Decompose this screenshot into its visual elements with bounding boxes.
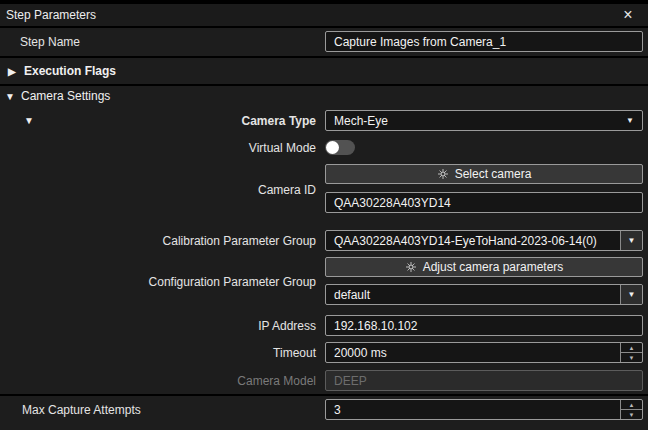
configuration-group-row: Configuration Parameter Group default ▼ bbox=[0, 284, 648, 305]
camera-type-row: ▼ Camera Type Mech-Eye ▼ bbox=[0, 110, 648, 131]
titlebar: Step Parameters × bbox=[0, 4, 648, 28]
max-capture-attempts-spinner[interactable]: ▲ ▼ bbox=[325, 399, 643, 420]
virtual-mode-toggle[interactable] bbox=[325, 140, 355, 155]
calibration-group-value: QAA30228A403YD14-EyeToHand-2023-06-14(0) bbox=[326, 234, 620, 248]
max-capture-attempts-input[interactable] bbox=[326, 400, 620, 419]
select-camera-button[interactable]: Select camera bbox=[325, 164, 643, 184]
timeout-label: Timeout bbox=[0, 346, 325, 360]
adjust-camera-parameters-button[interactable]: Adjust camera parameters bbox=[325, 257, 643, 277]
spin-arrows: ▲ ▼ bbox=[620, 400, 642, 419]
camera-model-label: Camera Model bbox=[0, 374, 325, 388]
ip-address-input[interactable] bbox=[325, 315, 643, 336]
collapse-arrow-icon[interactable]: ▶ bbox=[8, 66, 24, 77]
calibration-group-label: Calibration Parameter Group bbox=[0, 234, 325, 248]
spin-down-icon[interactable]: ▼ bbox=[621, 409, 642, 419]
camera-id-row: Camera ID bbox=[0, 192, 648, 213]
adjust-camera-parameters-button-label: Adjust camera parameters bbox=[423, 260, 564, 274]
ip-address-row: IP Address bbox=[0, 315, 648, 336]
step-parameters-panel: Step Parameters × Step Name ▶ Execution … bbox=[0, 0, 648, 430]
section-execution-flags[interactable]: ▶ Execution Flags bbox=[0, 58, 648, 84]
calibration-group-row: Calibration Parameter Group QAA30228A403… bbox=[0, 230, 648, 251]
chevron-down-icon: ▼ bbox=[626, 116, 634, 125]
step-name-input[interactable] bbox=[325, 31, 643, 52]
camera-model-input bbox=[325, 370, 643, 391]
section-camera-settings-label: Camera Settings bbox=[21, 89, 110, 103]
max-capture-attempts-label: Max Capture Attempts bbox=[0, 403, 325, 417]
select-camera-row: Select camera bbox=[0, 164, 648, 184]
expand-arrow-icon[interactable]: ▼ bbox=[5, 91, 21, 102]
camera-type-value: Mech-Eye bbox=[326, 114, 642, 128]
step-name-row: Step Name bbox=[0, 31, 648, 52]
camera-model-row: Camera Model bbox=[0, 370, 648, 391]
virtual-mode-label: Virtual Mode bbox=[0, 141, 325, 155]
configuration-group-label: Configuration Parameter Group bbox=[0, 275, 325, 289]
toggle-knob bbox=[326, 141, 339, 154]
camera-id-label: Camera ID bbox=[0, 183, 325, 197]
timeout-row: Timeout ▲ ▼ bbox=[0, 342, 648, 363]
step-name-label: Step Name bbox=[0, 35, 325, 49]
gear-icon bbox=[405, 261, 417, 273]
configuration-group-value: default bbox=[326, 288, 620, 302]
chevron-down-icon[interactable]: ▼ bbox=[620, 231, 642, 250]
inner-expand-arrow-icon[interactable]: ▼ bbox=[24, 115, 34, 126]
section-camera-settings[interactable]: ▼ Camera Settings bbox=[0, 86, 648, 106]
camera-id-input[interactable] bbox=[325, 192, 643, 213]
calibration-group-dropdown[interactable]: QAA30228A403YD14-EyeToHand-2023-06-14(0)… bbox=[325, 230, 643, 251]
spin-up-icon[interactable]: ▲ bbox=[621, 343, 642, 352]
spin-down-icon[interactable]: ▼ bbox=[621, 352, 642, 362]
section-execution-flags-label: Execution Flags bbox=[24, 64, 116, 78]
chevron-down-icon[interactable]: ▼ bbox=[620, 285, 642, 304]
spin-arrows: ▲ ▼ bbox=[620, 343, 642, 362]
spin-up-icon[interactable]: ▲ bbox=[621, 400, 642, 409]
panel-title: Step Parameters bbox=[6, 8, 96, 22]
camera-type-dropdown[interactable]: Mech-Eye ▼ bbox=[325, 110, 643, 131]
timeout-spinner[interactable]: ▲ ▼ bbox=[325, 342, 643, 363]
configuration-group-dropdown[interactable]: default ▼ bbox=[325, 284, 643, 305]
gear-icon bbox=[437, 168, 449, 180]
ip-address-label: IP Address bbox=[0, 319, 325, 333]
timeout-input[interactable] bbox=[326, 343, 620, 362]
close-icon[interactable]: × bbox=[618, 4, 638, 26]
camera-type-label: Camera Type bbox=[242, 114, 316, 128]
select-camera-button-label: Select camera bbox=[455, 167, 532, 181]
virtual-mode-row: Virtual Mode bbox=[0, 137, 648, 158]
divider bbox=[0, 394, 648, 396]
max-capture-attempts-row: Max Capture Attempts ▲ ▼ bbox=[0, 399, 648, 420]
